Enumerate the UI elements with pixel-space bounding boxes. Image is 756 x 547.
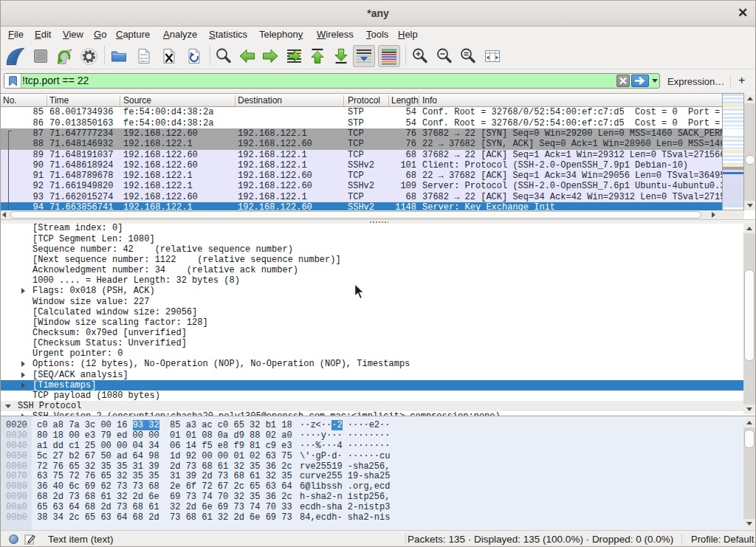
svg-text:0101: 0101 xyxy=(140,53,148,56)
svg-text:0011: 0011 xyxy=(140,60,148,63)
svg-text:0110: 0110 xyxy=(140,57,148,60)
